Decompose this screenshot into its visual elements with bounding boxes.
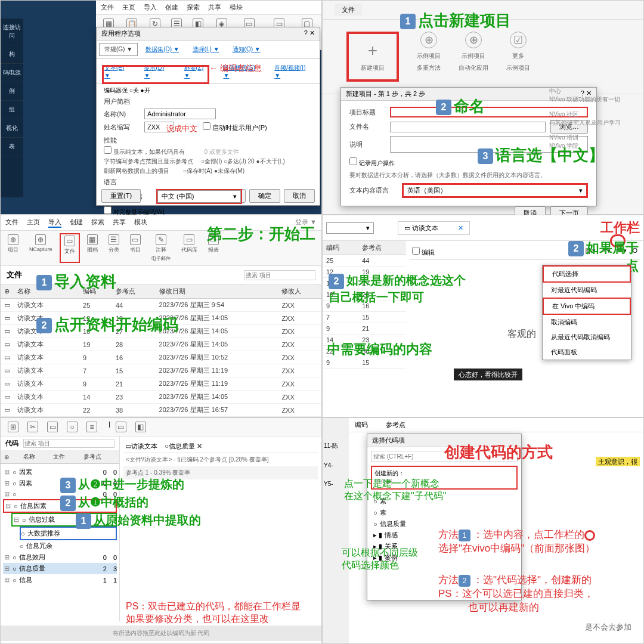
table-row[interactable]: ▭访谈文本19282023/7/26 星期三 14:05ZXX <box>1 338 321 351</box>
lang-dropdown[interactable]: 中文 (中国)▾ <box>157 190 241 203</box>
tab-notify[interactable]: 通知(Q) ▼ <box>227 43 266 56</box>
drop-hint: 将所选内容拖至此处以编码为新 代码 <box>1 626 321 641</box>
edit-cb[interactable] <box>412 247 420 255</box>
context-menu: 代码选择 对最近代码编码 在 Vivo 中编码 取消编码 从最近代码取消编码 代… <box>542 265 631 360</box>
more-icon: ☑ <box>510 32 527 48</box>
tab-dataset[interactable]: 数据集(D) ▼ <box>140 43 185 56</box>
ann-lang: 设成中文 <box>166 123 197 134</box>
tool-ncapture[interactable]: ⊕NCapture <box>26 233 56 263</box>
sidebar-item[interactable]: 例 <box>1 82 23 101</box>
tree-item-redundant[interactable]: ○信息冗余 <box>20 540 117 552</box>
panel-4: ▾ ▭ 访谈文本 ✕ 工作栏 编码参考点 2544121918271928916… <box>322 215 644 417</box>
tool-project[interactable]: ⊕项目 <box>4 233 22 263</box>
tree-item-quality[interactable]: ⊞○信息质量2 3 <box>3 563 117 574</box>
table-row[interactable]: 2544 <box>323 255 406 267</box>
combo[interactable]: ▾ <box>326 222 374 234</box>
ann-objective: 客观的 <box>507 328 536 340</box>
tool-biblio[interactable]: ▭书目 <box>126 233 144 263</box>
menu-file[interactable]: 文件 <box>101 3 114 12</box>
table-row[interactable]: ▭访谈文本9162023/7/26 星期三 10:52ZXX <box>1 351 321 364</box>
tool-classify[interactable]: ☰分类 <box>105 233 123 263</box>
ok-btn[interactable]: 确定 <box>249 189 280 203</box>
ann-method1: 方法1：选中内容，点工作栏的 选择"在vivo中编码"（前面那张图） <box>438 528 595 555</box>
table-row[interactable]: ▭访谈文本22382023/7/26 星期三 16:57ZXX <box>1 404 321 417</box>
toolbar: ⊞ ✂ ▭ ○ ≡ | ▭ ◧ <box>1 418 321 436</box>
name-input[interactable] <box>144 109 216 119</box>
highlight: 心态好，看得比较开 <box>454 370 522 379</box>
table-row[interactable]: 921 <box>323 323 406 335</box>
panel-3: 文件 主页 导入 创建 探索 共享 模块 登录 ▼ ⊕项目 ⊕NCapture … <box>0 215 322 417</box>
tab-general[interactable]: 常规(G) ▼ <box>99 43 138 56</box>
table-row[interactable]: ▭访谈文本9212023/7/26 星期三 11:19ZXX <box>1 377 321 391</box>
tree-item[interactable]: ⊞○信息效用0 0 <box>3 552 117 563</box>
files-table: ⊕ 名称 编码 参考点 修改日期 修改人 ▭访谈文本25442023/7/26 … <box>1 284 321 430</box>
search-input[interactable] <box>23 439 114 448</box>
menu-create[interactable]: 创建 <box>165 3 178 12</box>
sidebar-dark: 连接访问 构 码电源 例 组 视化 表 <box>1 18 23 197</box>
panel-5: ⊞ ✂ ▭ ○ ≡ | ▭ ◧ 代码 ⊕名称文件参考点 ⊞○因素0 0 ⊞○因素… <box>0 417 322 644</box>
sidebar-item[interactable]: 构 <box>1 45 23 64</box>
options-dialog: 应用程序选项? ✕ 常规(G) ▼ 数据集(D) ▼ 选择(L) ▼ 通知(Q)… <box>96 27 320 206</box>
auto-prompt-cb[interactable] <box>203 122 210 130</box>
sidebar-item[interactable]: 连接访问 <box>1 18 23 45</box>
learn-list: 中心NVivo 软硬功能的所有一切 NVivo 社区与其他研究人员及用户学习 N… <box>549 87 639 150</box>
table-row[interactable]: ▭访谈文本25442023/7/26 星期三 9:54ZXX <box>1 299 321 312</box>
panel-2: 文件 +新建项目 ⊕示例项目多重方法 ⊕示例项目自动化应用 ☑更多示例项目 ☐ … <box>322 0 644 215</box>
chevron-down-icon: ▾ <box>233 193 237 200</box>
search-input[interactable] <box>244 270 315 280</box>
reset-btn[interactable]: 重置(T) <box>101 189 141 203</box>
new-project-card[interactable]: +新建项目 <box>361 41 385 72</box>
plus-icon: ⊕ <box>465 32 482 48</box>
sidebar-list: 11-陈 Y4- Y5- <box>323 418 349 643</box>
chevron-down-icon: ▾ <box>579 187 583 194</box>
tab-select[interactable]: 选择(L) ▼ <box>187 43 225 56</box>
section-perf: 性能 <box>104 136 312 145</box>
menu-explore[interactable]: 探索 <box>187 3 200 12</box>
ctx-uncode-recent[interactable]: 从最近代码取消编码 <box>543 330 631 345</box>
sample-card-2[interactable]: ⊕示例项目自动化应用 <box>459 32 488 82</box>
section-lang: 语言 <box>104 178 312 187</box>
table-row[interactable]: ▭访谈文本14232023/7/26 星期三 14:05ZXX <box>1 391 321 404</box>
tool-notes[interactable]: ✎注释电子邮件 <box>148 233 174 263</box>
doc-tab[interactable]: ▭ 访谈文本 ✕ <box>398 221 470 235</box>
tree-item[interactable]: ⊞○信息1 1 <box>3 574 117 586</box>
tool-files[interactable]: ▭文件 <box>60 233 80 263</box>
table-row[interactable]: 915 <box>323 357 406 369</box>
close-icon: ✕ <box>458 224 463 231</box>
tab-av[interactable]: 音频/视频(I) ▼ <box>269 61 317 81</box>
cancel-btn[interactable]: 取消 <box>284 189 315 203</box>
menu-share[interactable]: 共享 <box>208 3 221 12</box>
panel-1: 连接访问 构 码电源 例 组 视化 表 文件 主页 导入 创建 探索 共享 模块… <box>0 0 322 215</box>
menu-import[interactable]: 导入 <box>144 3 157 12</box>
ctx-vivo[interactable]: 在 Vivo 中编码 <box>543 298 631 315</box>
sidebar-item[interactable]: 码电源 <box>1 64 23 82</box>
ann-ps: PS：双击已建立的代码，都能在工作栏显如果要修改分类，也可以在这里改 <box>126 600 301 626</box>
ann-title: 创建代码的方式 <box>444 442 553 463</box>
menu-home[interactable]: 主页 <box>122 3 135 12</box>
more-card[interactable]: ☑更多示例项目 <box>506 32 530 82</box>
ctx-panel[interactable]: 代码面板 <box>543 345 631 360</box>
sidebar-item[interactable]: 视化 <box>1 119 23 138</box>
sidebar-item[interactable]: 表 <box>1 138 23 156</box>
dialog-title: 应用程序选项 <box>101 29 141 38</box>
panel-6: 11-陈 Y4- Y5- 编码参考点 选择代码项 创建新的： 子代码 ○ 素 ○… <box>322 417 644 644</box>
tool-images[interactable]: ▦图档 <box>83 233 101 263</box>
panel-title: 文件 <box>7 270 22 280</box>
table-row[interactable]: ▭访谈文本7152023/7/26 星期三 11:19ZXX <box>1 364 321 377</box>
sample-card-1[interactable]: ⊕示例项目多重方法 <box>417 32 441 82</box>
content-lang-dropdown[interactable]: 英语（美国）▾ <box>402 183 588 198</box>
log-ops-cb[interactable] <box>349 157 357 165</box>
menu-module[interactable]: 模块 <box>230 3 243 12</box>
table-row[interactable]: 715 <box>323 312 406 323</box>
sidebar-item[interactable]: 组 <box>1 101 23 119</box>
close-icon[interactable]: ? ✕ <box>304 29 315 38</box>
filename-input[interactable] <box>390 122 546 132</box>
ann-coder: ← 编码者信息 <box>209 63 262 74</box>
ctx-uncode[interactable]: 取消编码 <box>543 315 631 330</box>
ctx-recent[interactable]: 对最近代码编码 <box>543 283 631 298</box>
menu-file[interactable]: 文件 <box>335 4 362 16</box>
ctx-code-select[interactable]: 代码选择 <box>543 265 631 283</box>
tool-codebook[interactable]: ▭代码库 <box>178 233 201 263</box>
ann-step2: 第二步：开始工 <box>207 224 315 244</box>
options-tabs: 常规(G) ▼ 数据集(D) ▼ 选择(L) ▼ 通知(Q) ▼ <box>97 41 320 59</box>
